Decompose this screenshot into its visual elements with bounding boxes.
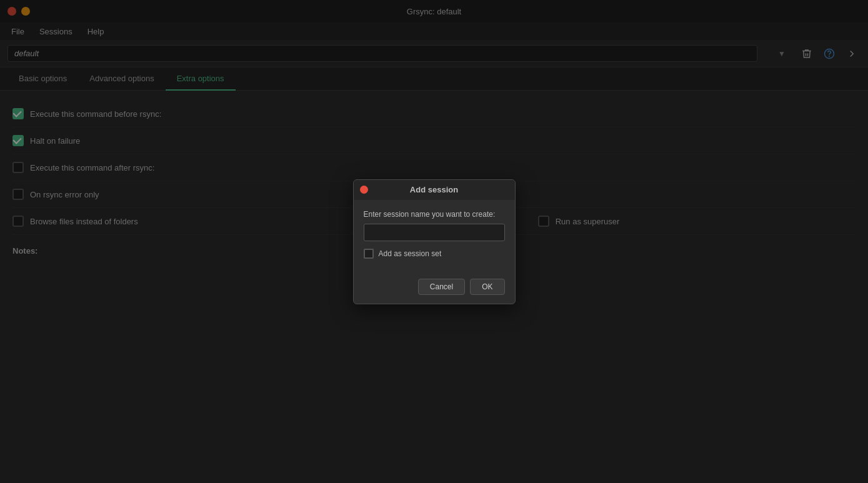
overlay: Add session Enter session name you want … bbox=[0, 0, 868, 483]
add-as-session-set-checkbox[interactable] bbox=[364, 249, 374, 259]
dialog-title: Add session bbox=[410, 185, 458, 194]
add-as-session-set-label: Add as session set bbox=[379, 249, 442, 258]
add-session-dialog: Add session Enter session name you want … bbox=[353, 179, 516, 304]
dialog-titlebar: Add session bbox=[354, 180, 515, 200]
dialog-close-button[interactable] bbox=[360, 186, 368, 194]
cancel-button[interactable]: Cancel bbox=[418, 279, 465, 295]
dialog-actions: Cancel OK bbox=[354, 274, 515, 304]
dialog-body: Enter session name you want to create: A… bbox=[354, 200, 515, 274]
dialog-prompt-label: Enter session name you want to create: bbox=[364, 210, 505, 219]
session-name-input[interactable] bbox=[364, 224, 505, 241]
ok-button[interactable]: OK bbox=[470, 279, 504, 295]
add-as-session-set-row: Add as session set bbox=[364, 249, 505, 259]
